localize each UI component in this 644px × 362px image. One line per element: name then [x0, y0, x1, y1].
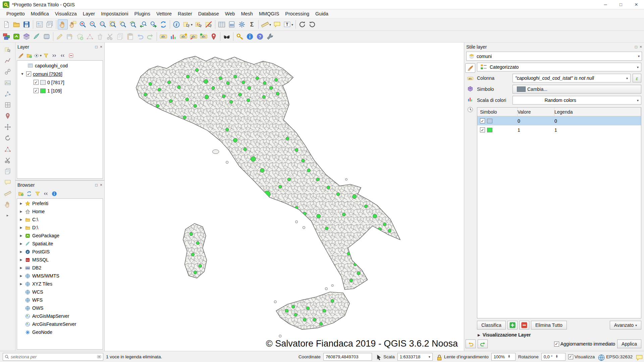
renderer-combo[interactable]: Categorizzato ▾: [477, 63, 641, 71]
tab-3d-view[interactable]: [465, 84, 475, 94]
class-checkbox[interactable]: ✓: [480, 127, 485, 132]
graph-tool-button[interactable]: [2, 89, 13, 99]
layer-label[interactable]: comuni [7926]: [33, 71, 62, 77]
browser-item-c[interactable]: ▶C:\: [17, 216, 103, 224]
panel-close-icon[interactable]: ×: [100, 45, 102, 49]
expander-icon[interactable]: ▼: [20, 72, 24, 76]
magnifier-spinbox[interactable]: 100% ▲▼: [491, 353, 516, 361]
layer-info-button[interactable]: [245, 32, 255, 42]
layer-rendering-section[interactable]: ▶ Visualizzazione Layer: [477, 332, 641, 338]
class-swatch[interactable]: [487, 119, 492, 123]
menu-visualizza[interactable]: Visualizza: [52, 10, 80, 17]
header-legenda[interactable]: Legenda: [554, 108, 641, 116]
new-spatialite-layer-button[interactable]: [32, 32, 42, 42]
browser-item-arcgisfeatureserver[interactable]: ArcGisFeatureServer: [17, 320, 103, 328]
expander-icon[interactable]: ▶: [19, 202, 23, 205]
layer-diagrams-button[interactable]: [168, 32, 178, 42]
rotation-spinbox[interactable]: 0,0 ° ▲▼: [541, 353, 566, 361]
menu-mesh[interactable]: Mesh: [238, 10, 256, 17]
chevron-down-icon[interactable]: ▾: [638, 54, 640, 58]
browser-item-geonode[interactable]: GeoNode: [17, 328, 103, 336]
menu-plugins[interactable]: Plugins: [131, 10, 154, 17]
layer-label[interactable]: 0 [7817]: [47, 80, 64, 85]
dropdown-caret-icon[interactable]: ▾: [40, 54, 42, 57]
photo-import-tool-button[interactable]: [2, 78, 13, 88]
browser-collapse-all-button[interactable]: [42, 190, 50, 198]
zoom-in-button[interactable]: [78, 19, 88, 29]
tab-history[interactable]: [465, 105, 475, 114]
browser-properties-button[interactable]: [50, 190, 58, 198]
data-source-manager-button[interactable]: [1, 32, 11, 42]
panel-float-icon[interactable]: □: [95, 183, 98, 187]
change-symbol-button[interactable]: Cambia...: [513, 85, 641, 94]
expander-icon[interactable]: ▶: [19, 250, 23, 253]
layer-label[interactable]: capoluoghi_cod: [35, 63, 68, 68]
apply-button[interactable]: Applica: [617, 340, 641, 348]
expander-icon[interactable]: ▶: [19, 258, 23, 261]
polyline-tool-button[interactable]: [2, 56, 13, 66]
remove-class-button[interactable]: [519, 321, 529, 329]
browser-item-wcs[interactable]: WCS: [17, 288, 103, 296]
tab-symbology[interactable]: [465, 63, 475, 73]
render-checkbox[interactable]: ✓ Visualizza: [568, 354, 595, 359]
copy-features-button[interactable]: [115, 32, 125, 42]
style-redo-button[interactable]: [478, 340, 488, 348]
add-group-button[interactable]: [25, 52, 33, 60]
lock-icon[interactable]: [435, 354, 441, 360]
layer-tree-row[interactable]: capoluoghi_cod: [17, 61, 103, 70]
manage-map-themes-button[interactable]: ▾: [34, 52, 42, 60]
open-project-button[interactable]: [11, 19, 21, 29]
tab-labels[interactable]: abc: [465, 74, 475, 83]
zoom-last-button[interactable]: [138, 19, 148, 29]
new-shapefile-layer-button[interactable]: [21, 32, 32, 42]
filter-legend-button[interactable]: [42, 52, 50, 60]
layer-tree-row[interactable]: ▼✓comuni [7926]: [17, 70, 103, 78]
checkbox-icon[interactable]: ✓: [568, 354, 573, 359]
move-tool-button[interactable]: [2, 122, 13, 132]
expand-all-button[interactable]: [50, 52, 58, 60]
column-combo[interactable]: "capoluoghi_cod_cod_istat" is not null ▾: [513, 74, 631, 82]
new-project-button[interactable]: [1, 19, 11, 29]
advanced-button[interactable]: Avanzato ▾: [610, 321, 641, 329]
vertex-tool-button[interactable]: [85, 32, 95, 42]
change-label-button[interactable]: [209, 32, 219, 42]
zoom-to-selection-button[interactable]: [118, 19, 128, 29]
expander-icon[interactable]: ▶: [19, 226, 23, 229]
class-swatch[interactable]: [487, 128, 492, 132]
grid-tool-button[interactable]: [2, 100, 13, 110]
class-row[interactable]: ✓00: [477, 116, 641, 125]
checkbox-icon[interactable]: ✓: [554, 342, 559, 347]
class-legend[interactable]: 0: [554, 118, 641, 124]
save-project-button[interactable]: [21, 19, 32, 29]
layer-tree-row[interactable]: ✓1 [109]: [17, 86, 103, 95]
expander-icon[interactable]: ▶: [19, 282, 23, 286]
text-annotation-button[interactable]: T▾: [282, 19, 294, 29]
move-label-button[interactable]: abc: [199, 32, 209, 42]
chevron-right-icon[interactable]: ▶: [478, 333, 480, 337]
browser-filter-button[interactable]: [34, 190, 42, 198]
layer-tree-row[interactable]: ✓0 [7817]: [17, 78, 103, 86]
browser-item-home[interactable]: ▶Home: [17, 207, 103, 216]
messages-bubble-icon[interactable]: [635, 354, 641, 360]
class-value[interactable]: 0: [518, 118, 554, 124]
menu-web[interactable]: Web: [222, 10, 238, 17]
new-geopackage-layer-button[interactable]: [11, 32, 21, 42]
select-by-expression-button[interactable]: ε: [194, 19, 204, 29]
layer-visibility-checkbox[interactable]: ✓: [26, 71, 31, 76]
class-value[interactable]: 1: [518, 127, 554, 133]
classify-button[interactable]: Classifica: [477, 321, 506, 329]
zoom-out-button[interactable]: [88, 19, 98, 29]
delete-all-button[interactable]: Elimina Tutto: [531, 321, 567, 329]
browser-item-d[interactable]: ▶D:\: [17, 224, 103, 232]
redo-edit-button[interactable]: [145, 32, 155, 42]
spinner-arrows-icon[interactable]: ▲▼: [507, 355, 511, 358]
panel-close-icon[interactable]: ×: [640, 45, 642, 49]
expression-builder-button[interactable]: ε: [633, 74, 641, 82]
highlight-pinned-labels-button[interactable]: abc: [189, 32, 199, 42]
mouse-pointer-icon[interactable]: [375, 354, 381, 360]
map-refresh-button[interactable]: [158, 19, 168, 29]
menu-layer[interactable]: Layer: [80, 10, 98, 17]
add-class-button[interactable]: [507, 321, 518, 329]
processing-toolbox-button[interactable]: [237, 19, 247, 29]
zoom-full-button[interactable]: [108, 19, 118, 29]
